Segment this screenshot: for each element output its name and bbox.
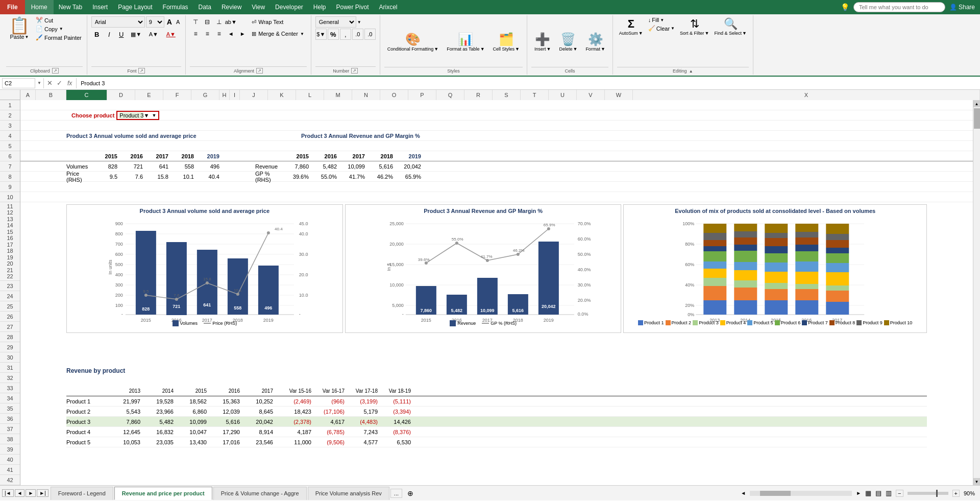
col-f[interactable]: F [163,90,191,100]
number-format-select[interactable]: General [315,16,356,28]
align-right-button[interactable]: ≡ [213,28,225,39]
col-e[interactable]: E [135,90,163,100]
page-layout-button[interactable]: ▤ [875,489,881,497]
add-sheet-button[interactable]: ⊕ [404,489,416,497]
paste-button[interactable]: 📋 Paste ▼ [6,16,33,41]
col-q[interactable]: Q [436,90,464,100]
format-as-table-button[interactable]: 📊 Format as Table ▼ [444,31,487,53]
comma-button[interactable]: , [340,29,351,40]
tab-powerpivot[interactable]: Power Pivot [331,0,374,14]
fill-button[interactable]: ↓ Fill ▼ [646,16,677,23]
row-2[interactable]: 2 [0,110,20,121]
tab-nav-prev[interactable]: ◄ [15,489,25,497]
zoom-in-button[interactable]: + [952,490,960,497]
col-r[interactable]: R [464,90,493,100]
col-h[interactable]: H [219,90,230,100]
font-family-select[interactable]: Arial [91,16,145,28]
col-j[interactable]: J [240,90,268,100]
tab-insert[interactable]: Insert [87,0,113,14]
delete-cells-button[interactable]: 🗑️ Delete ▼ [556,31,580,53]
tab-nav-last[interactable]: ►| [37,489,48,497]
row-4[interactable]: 4 [0,131,20,141]
col-a[interactable]: A [20,90,36,100]
clear-button[interactable]: 🧹 Clear ▼ [646,25,677,32]
sheet-tab-foreword[interactable]: Foreword - Legend [51,487,113,500]
col-k[interactable]: K [268,90,296,100]
col-g[interactable]: G [191,90,219,100]
tab-nav-first[interactable]: |◄ [2,489,14,497]
align-top-button[interactable]: ⊤ [190,16,201,28]
expand-namebox-icon[interactable]: ▼ [37,81,41,85]
col-v[interactable]: V [577,90,605,100]
tab-view[interactable]: View [247,0,270,14]
conditional-formatting-button[interactable]: 🎨 Conditional Formatting ▼ [384,31,442,53]
decrease-decimal-button[interactable]: .0 [364,29,376,40]
bold-button[interactable]: B [91,29,103,40]
tab-newtab[interactable]: New Tab [54,0,87,14]
autosum-button[interactable]: Σ AutoSum ▼ [617,16,645,37]
horizontal-scroll-left[interactable]: ◄ [741,490,746,496]
product-dropdown[interactable]: ▼ [143,111,152,120]
tab-arixcel[interactable]: Arixcel [374,0,403,14]
copy-button[interactable]: 📄 Copy ▼ [35,25,83,33]
col-s[interactable]: S [493,90,521,100]
row-7[interactable]: 7 [0,161,20,172]
insert-function-icon[interactable]: fx [65,80,74,87]
row-10[interactable]: 10 [0,192,20,202]
font-color-button[interactable]: A▼ [163,29,179,40]
merge-center-button[interactable]: ⊞ Merge & Center ▼ [249,28,307,39]
row-5[interactable]: 5 [0,141,20,151]
col-d[interactable]: D [107,90,135,100]
increase-decimal-button[interactable]: .0 [352,29,363,40]
increase-font-button[interactable]: A [165,17,174,27]
col-m[interactable]: M [324,90,352,100]
scrollbar-up-arrow[interactable]: ▲ [973,100,981,107]
col-l[interactable]: L [296,90,324,100]
underline-button[interactable]: U [116,29,127,40]
col-x[interactable]: X [633,90,980,100]
find-select-button[interactable]: 🔍 Find & Select ▼ [712,16,748,37]
row-6[interactable]: 6 [0,151,20,161]
tab-help[interactable]: Help [308,0,331,14]
insert-cells-button[interactable]: ➕ Insert ▼ [531,31,554,53]
col-o[interactable]: O [380,90,408,100]
tab-pagelayout[interactable]: Page Layout [113,0,157,14]
cell-styles-button[interactable]: 🗂️ Cell Styles ▼ [490,31,523,53]
currency-button[interactable]: $▼ [315,29,327,40]
col-p[interactable]: P [408,90,436,100]
decrease-font-button[interactable]: A [175,18,181,26]
share-button[interactable]: 👤 Share [949,4,975,11]
normal-view-button[interactable]: ▦ [865,489,871,497]
align-left-button[interactable]: ≡ [190,28,201,39]
file-button[interactable]: File [0,0,25,14]
sheet-tab-pricevolume[interactable]: Price & Volume change - Aggre [213,487,307,500]
col-n[interactable]: N [352,90,380,100]
zoom-slider[interactable] [908,492,948,495]
row-3[interactable]: 3 [0,121,20,131]
italic-button[interactable]: I [104,29,115,40]
col-i[interactable]: I [230,90,240,100]
col-u[interactable]: U [549,90,577,100]
format-cells-button[interactable]: ⚙️ Format ▼ [582,31,608,53]
tab-formulas[interactable]: Formulas [158,0,193,14]
more-tabs-button[interactable]: ... [390,489,402,498]
scrollbar-thumb[interactable] [974,108,980,129]
horizontal-scroll-right[interactable]: ► [856,490,861,496]
page-break-button[interactable]: ▥ [886,489,892,497]
formula-input[interactable] [79,80,978,87]
tab-review[interactable]: Review [216,0,247,14]
border-button[interactable]: ▦▼ [128,29,144,40]
align-middle-button[interactable]: ⊟ [202,16,213,28]
row-9[interactable]: 9 [0,182,20,192]
indent-increase-button[interactable]: ► [237,28,248,39]
tab-home[interactable]: Home [25,0,54,14]
zoom-out-button[interactable]: − [896,490,903,497]
col-c[interactable]: C [66,90,107,100]
align-bottom-button[interactable]: ⊥ [213,16,225,28]
align-center-button[interactable]: ≡ [202,28,213,39]
search-input[interactable] [853,2,945,12]
sheet-tab-revenue[interactable]: Revenue and price per product [114,487,212,500]
wrap-text-button[interactable]: ⏎ Wrap Text [249,16,307,28]
tab-developer[interactable]: Developer [270,0,308,14]
col-t[interactable]: T [521,90,549,100]
